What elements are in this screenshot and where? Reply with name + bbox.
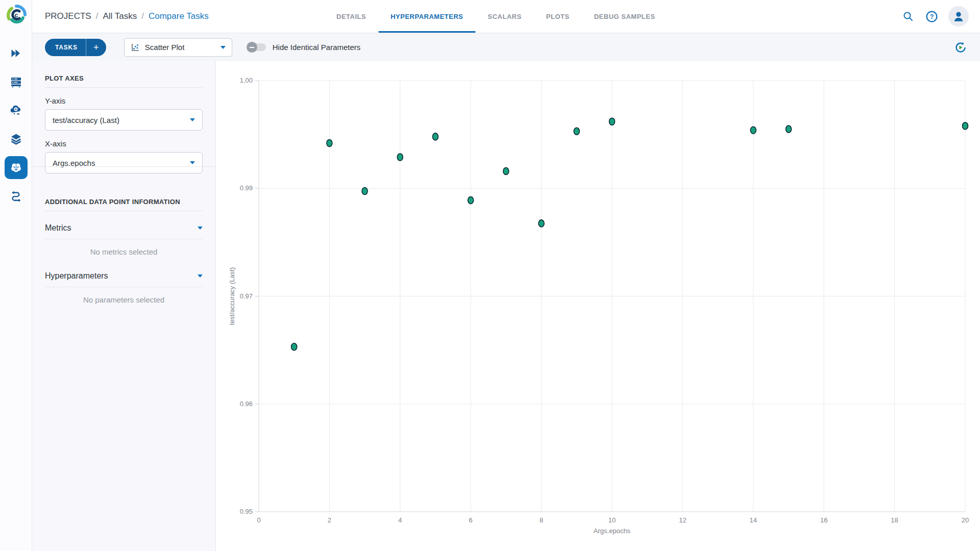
plot-type-select[interactable]: Scatter Plot	[124, 38, 232, 57]
y-axis-select[interactable]: test/accuracy (Last)	[45, 109, 203, 131]
hide-identical-toggle-wrap: Hide Identical Parameters	[248, 43, 361, 52]
scatter-point[interactable]	[503, 167, 509, 174]
hyperparameters-collapse[interactable]: Hyperparameters	[45, 271, 203, 281]
chevron-down-icon	[190, 118, 195, 121]
scatter-point[interactable]	[362, 188, 368, 195]
plot-type-value: Scatter Plot	[145, 43, 215, 52]
y-tick-label: 1.00	[240, 77, 253, 84]
tab-hyperparameters[interactable]: HYPERPARAMETERS	[378, 0, 475, 33]
hyperparameters-empty-state: No parameters selected	[45, 295, 203, 304]
metrics-collapse[interactable]: Metrics	[45, 223, 203, 233]
hide-identical-label: Hide Identical Parameters	[273, 43, 361, 52]
tasks-button-group: TASKS +	[45, 39, 106, 56]
breadcrumb-separator: /	[141, 11, 144, 21]
rail-layers-icon[interactable]	[5, 128, 28, 151]
x-tick-label: 6	[469, 516, 473, 524]
y-tick-label: 0.96	[240, 400, 253, 408]
top-header: PROJECTS/All Tasks/Compare Tasks DETAILS…	[32, 0, 980, 33]
chevron-down-icon	[198, 274, 203, 278]
plot-axes-title: PLOT AXES	[45, 74, 203, 82]
add-task-button[interactable]: +	[86, 39, 106, 56]
metrics-empty-state: No metrics selected	[45, 247, 203, 256]
scatter-point[interactable]	[468, 196, 474, 204]
section-divider	[32, 166, 215, 167]
app-root: c PROJECTS/All Tasks/Compare Tasks DETAI…	[0, 0, 980, 551]
rail-brain-icon[interactable]	[5, 156, 28, 179]
y-axis-value: test/accuracy (Last)	[53, 116, 190, 124]
y-tick-label: 0.99	[240, 184, 253, 192]
scatter-plot-area: 024681012141618201.000.990.970.960.95Arg…	[216, 61, 980, 551]
x-tick-label: 20	[962, 516, 969, 524]
left-nav-rail: c	[0, 0, 32, 551]
x-axis-title: Args.epochs	[594, 527, 631, 535]
scatter-point[interactable]	[397, 154, 403, 161]
x-tick-label: 4	[398, 516, 402, 524]
metrics-label: Metrics	[45, 223, 198, 233]
x-axis-label: X-axis	[45, 139, 203, 148]
hyperparameters-label: Hyperparameters	[45, 271, 198, 281]
rail-pipeline-icon[interactable]	[5, 185, 28, 208]
layers-icon	[9, 132, 23, 146]
rail-double-chevron-right-icon[interactable]	[5, 42, 28, 65]
scatter-point[interactable]	[433, 133, 438, 140]
user-avatar-icon[interactable]	[948, 6, 969, 27]
auto-refresh-icon[interactable]	[953, 40, 968, 55]
x-tick-label: 16	[820, 516, 827, 524]
toggle-knob	[247, 42, 257, 53]
tasks-button[interactable]: TASKS	[45, 39, 86, 56]
chevron-down-icon	[198, 227, 203, 230]
tab-scalars[interactable]: SCALARS	[476, 0, 534, 33]
x-tick-label: 12	[679, 516, 686, 524]
chevron-down-icon	[220, 46, 226, 49]
breadcrumb-item[interactable]: PROJECTS	[45, 11, 91, 21]
tab-bar: DETAILSHYPERPARAMETERSSCALARSPLOTSDEBUG …	[324, 0, 668, 33]
y-axis-label: Y-axis	[45, 96, 203, 105]
double-chevron-right-icon	[9, 46, 23, 60]
pipeline-icon	[9, 189, 23, 203]
divider	[45, 239, 203, 239]
x-axis-value: Args.epochs	[53, 159, 190, 167]
compare-toolbar: TASKS + Scatter Plot Hide Identical Para…	[32, 33, 980, 61]
scatter-point[interactable]	[574, 128, 579, 135]
divider	[45, 87, 203, 88]
scatter-chart: 024681012141618201.000.990.970.960.95Arg…	[216, 61, 980, 551]
scatter-point[interactable]	[327, 140, 332, 147]
x-tick-label: 10	[608, 516, 616, 524]
x-tick-label: 0	[257, 516, 260, 524]
breadcrumb-separator: /	[96, 11, 99, 21]
cloud-gear-icon	[9, 104, 23, 117]
hide-identical-toggle[interactable]	[248, 43, 266, 51]
divider	[45, 211, 203, 211]
divider	[45, 287, 203, 287]
header-icons: ?	[901, 6, 969, 27]
additional-info-title: ADDITIONAL DATA POINT INFORMATION	[45, 198, 203, 206]
y-axis-title: test/accuracy (Last)	[228, 267, 236, 325]
search-icon[interactable]	[901, 10, 915, 23]
help-icon[interactable]: ?	[925, 10, 938, 23]
x-tick-label: 8	[540, 516, 543, 524]
x-tick-label: 14	[750, 516, 757, 524]
breadcrumb-item[interactable]: All Tasks	[103, 11, 137, 21]
scatter-point[interactable]	[963, 122, 968, 130]
x-tick-label: 18	[891, 516, 898, 524]
svg-text:?: ?	[929, 13, 934, 20]
scatter-plot-icon	[131, 43, 140, 52]
scatter-point[interactable]	[291, 343, 297, 350]
x-axis-select[interactable]: Args.epochs	[45, 152, 203, 173]
clearml-logo-icon[interactable]: c	[6, 4, 27, 26]
tab-details[interactable]: DETAILS	[324, 0, 378, 33]
plot-config-sidebar: PLOT AXES Y-axis test/accuracy (Last) X-…	[32, 61, 216, 551]
tab-plots[interactable]: PLOTS	[534, 0, 582, 33]
rail-cloud-gear-icon[interactable]	[5, 99, 28, 122]
scatter-point[interactable]	[786, 126, 792, 133]
breadcrumb-item[interactable]: Compare Tasks	[149, 11, 209, 21]
brain-icon	[9, 161, 23, 174]
rail-server-rack-icon[interactable]	[5, 70, 28, 93]
y-tick-label: 0.95	[240, 508, 253, 515]
chevron-down-icon	[190, 161, 195, 164]
scatter-point[interactable]	[750, 127, 756, 134]
server-rack-icon	[9, 75, 23, 89]
scatter-point[interactable]	[538, 220, 544, 227]
scatter-point[interactable]	[609, 118, 615, 125]
tab-debug-samples[interactable]: DEBUG SAMPLES	[582, 0, 668, 33]
